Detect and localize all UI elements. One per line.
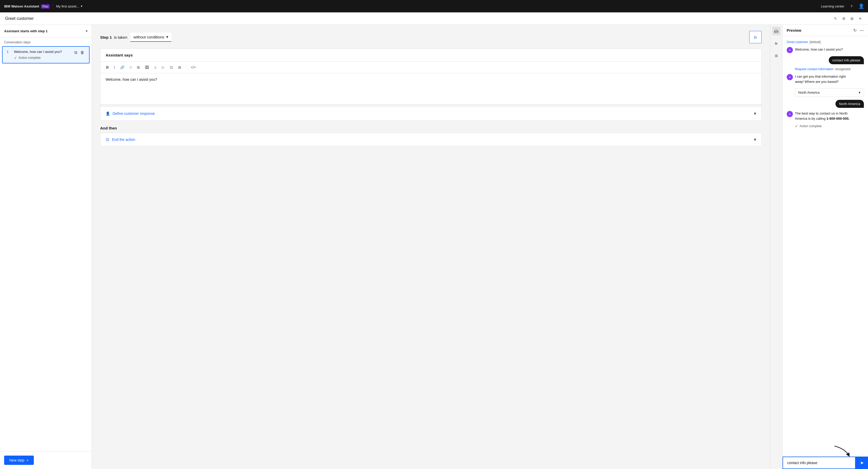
- sidebar-header: Assistant starts with step 1 ▾: [0, 25, 92, 37]
- condition-dropdown[interactable]: without conditions ▾: [130, 33, 172, 42]
- bot-bubble-2: I can get you that information right awa…: [795, 74, 852, 84]
- user-icon[interactable]: 👤: [859, 4, 864, 9]
- north-america-bubble: North America: [835, 100, 864, 108]
- is-taken-text: is taken: [114, 35, 127, 39]
- page-title: Greet customer: [5, 16, 34, 21]
- dropdown-value: North America: [798, 91, 819, 94]
- user-bubble-1: contact info please: [829, 56, 864, 64]
- preview-action-complete: ✓ Action complete: [795, 124, 864, 128]
- end-action-row[interactable]: ⊙ End the action ▾: [100, 133, 762, 146]
- chevron-down-icon[interactable]: ▾: [86, 29, 88, 33]
- help-icon[interactable]: ?: [849, 4, 854, 9]
- step-number-label: Step 1: [100, 35, 112, 39]
- learning-center-link[interactable]: Learning center: [821, 4, 844, 8]
- end-circle-icon: ⊙: [105, 137, 110, 142]
- subheader-actions: ✎ ⚙ ⊞ ✕: [833, 16, 863, 21]
- topnav: IBM Watson Assistant Plus My first assis…: [0, 0, 868, 12]
- response-row-left: 👤 Define customer response: [105, 111, 155, 115]
- assistant-says-header: Assistant says: [100, 49, 762, 62]
- sidebar-header-text: Assistant starts with step 1: [4, 29, 48, 33]
- preview-panel: 🤖 fx ⊞ Preview ↻ —: [770, 25, 868, 469]
- send-button[interactable]: ➤: [856, 457, 868, 469]
- action-complete-label: Action complete: [800, 124, 822, 128]
- action-complete-badge: Action complete: [19, 56, 40, 60]
- preview-tab-robot[interactable]: 🤖: [772, 27, 780, 35]
- preview-input[interactable]: [782, 457, 856, 469]
- list-button[interactable]: ⁝⁝: [128, 64, 133, 70]
- edit-icon[interactable]: ✎: [833, 16, 838, 21]
- fx-button[interactable]: fx: [749, 31, 762, 43]
- new-step-label: New step: [9, 458, 24, 462]
- step-number: 1: [7, 50, 11, 54]
- dropdown-preview[interactable]: North America ▾: [795, 88, 864, 97]
- bold-button[interactable]: B: [104, 64, 110, 70]
- bot-bubble-1: Welcome, how can I assist you?: [795, 47, 843, 52]
- define-response-row[interactable]: 👤 Define customer response ▾: [100, 106, 762, 121]
- define-response-label: Define customer response: [113, 111, 155, 115]
- audio-button[interactable]: ♫: [152, 64, 158, 70]
- topnav-plan: Plus: [41, 4, 50, 8]
- main-layout: Assistant starts with step 1 ▾ Conversat…: [0, 25, 868, 469]
- condition-label: without conditions: [133, 35, 164, 39]
- step-badge: ✓ Action complete: [14, 56, 71, 60]
- topnav-left: IBM Watson Assistant Plus My first assis…: [4, 3, 82, 9]
- recognized-text: Request contact information recognized: [795, 67, 864, 71]
- chevron-down-icon: ▾: [859, 91, 861, 94]
- image-button[interactable]: ⊞: [135, 64, 142, 70]
- step-label: Step 1 is taken: [100, 35, 127, 39]
- editor-toolbar: B I 🔗 ⁝⁝ ⊞ 🖼 ♫ ▷ ⊡ ⊞ </>: [100, 62, 762, 73]
- editor-resize-handle[interactable]: [100, 104, 762, 106]
- step-actions: ⧉ 🗑: [74, 50, 85, 56]
- link-button[interactable]: 🔗: [119, 64, 126, 70]
- settings-icon[interactable]: ⚙: [841, 16, 846, 21]
- refresh-icon[interactable]: ↻: [853, 28, 857, 33]
- media-button[interactable]: 🖼: [144, 64, 150, 70]
- preview-action-row: Greet customer [default]: [787, 40, 864, 44]
- iframe-button[interactable]: ⊡: [168, 64, 175, 70]
- duplicate-step-button[interactable]: ⧉: [74, 50, 78, 56]
- layout-icon[interactable]: ⊞: [849, 16, 855, 21]
- topnav-brand-name: IBM Watson Assistant: [4, 4, 39, 8]
- sidebar: Assistant starts with step 1 ▾ Conversat…: [0, 25, 92, 469]
- chevron-down-icon[interactable]: ▾: [81, 4, 82, 8]
- delete-step-button[interactable]: 🗑: [80, 50, 85, 56]
- editor-container: Welcome, how can I assist you?: [100, 73, 762, 106]
- sidebar-footer: New step +: [0, 451, 92, 469]
- topnav-assistant[interactable]: My first assist... ▾: [56, 4, 82, 8]
- recognized-link[interactable]: Request contact information: [795, 67, 833, 71]
- minimize-icon[interactable]: —: [860, 28, 864, 33]
- step-header: Step 1 is taken without conditions ▾ fx: [100, 31, 762, 43]
- and-then-section: And then ⊙ End the action ▾: [100, 126, 762, 146]
- subheader: Greet customer ✎ ⚙ ⊞ ✕: [0, 12, 868, 25]
- bot-message-1: ✦ Welcome, how can I assist you?: [787, 47, 864, 53]
- step-text: Welcome, how can I assist you?: [14, 50, 71, 54]
- north-america-row: North America: [787, 100, 864, 108]
- preview-action-default: [default]: [810, 40, 821, 44]
- step-item[interactable]: 1 Welcome, how can I assist you? ✓ Actio…: [2, 46, 90, 63]
- person-icon: 👤: [105, 111, 110, 115]
- close-icon[interactable]: ✕: [858, 16, 863, 21]
- preview-tab-table[interactable]: ⊞: [772, 52, 780, 60]
- table-button[interactable]: ⊞: [177, 64, 183, 70]
- preview-tab-fx[interactable]: fx: [772, 39, 780, 47]
- bot-bubble-3: The best way to contact us in North Amer…: [795, 111, 852, 121]
- preview-content: Preview ↻ — Greet customer [default]: [782, 25, 868, 469]
- conversation-steps-label: Conversation steps: [0, 37, 92, 46]
- preview-tabs: 🤖 fx ⊞: [770, 25, 782, 469]
- italic-button[interactable]: I: [112, 64, 117, 70]
- preview-header-actions: ↻ —: [853, 28, 864, 33]
- video-button[interactable]: ▷: [160, 64, 166, 70]
- chevron-down-icon: ▾: [166, 35, 168, 39]
- chevron-down-icon[interactable]: ▾: [754, 111, 756, 116]
- bot-icon-2: ✦: [787, 74, 793, 80]
- chevron-down-icon[interactable]: ▾: [754, 137, 756, 142]
- preview-input-area: ➤: [782, 456, 868, 469]
- editor-area[interactable]: Welcome, how can I assist you?: [100, 73, 762, 104]
- new-step-button[interactable]: New step +: [4, 456, 34, 465]
- code-button[interactable]: </>: [189, 64, 197, 70]
- end-action-left: ⊙ End the action: [105, 137, 135, 142]
- check-circle-icon: ✓: [14, 56, 17, 60]
- preview-header: Preview ↻ —: [782, 25, 868, 36]
- assistant-says-card: Assistant says B I 🔗 ⁝⁝ ⊞ 🖼 ♫ ▷ ⊡ ⊞ </> …: [100, 48, 762, 121]
- preview-messages: Greet customer [default] ✦ Welcome, how …: [782, 36, 868, 456]
